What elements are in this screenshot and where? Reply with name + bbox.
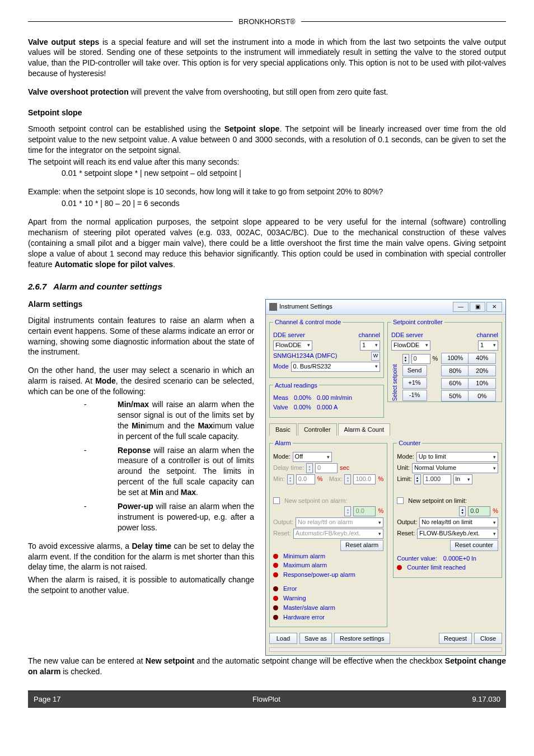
alarm-mode-list: Min/max will raise an alarm when the sen… — [28, 399, 254, 533]
counter-output-select[interactable]: No relay/ttl on limit — [419, 517, 498, 528]
sp-spin[interactable] — [402, 354, 409, 364]
li2e: Max — [181, 488, 196, 497]
limit-input[interactable]: 1.000 — [423, 474, 451, 484]
nsp-limit-input[interactable]: 0.0 — [468, 506, 490, 516]
list-item-minmax: Min/max will raise an alarm when the sen… — [84, 399, 254, 442]
btn-50[interactable]: 50% — [441, 390, 469, 402]
max-pct: % — [378, 475, 383, 483]
new-sp-limit-check[interactable] — [397, 497, 404, 504]
nsp-alarm-input[interactable]: 0.0 — [353, 506, 376, 516]
para-slope-pov: Apart from the normal application purpos… — [28, 217, 506, 269]
minimize-button[interactable]: — — [453, 302, 469, 312]
sp-channel-label: channel — [476, 331, 498, 339]
btn-100[interactable]: 100% — [441, 353, 469, 364]
para-overshoot: Valve overshoot protection will prevent … — [28, 87, 506, 97]
new-sp-alarm-check[interactable] — [273, 497, 280, 504]
load-button[interactable]: Load — [269, 633, 297, 644]
li1d: imum and the — [145, 421, 198, 430]
para-alarm-1: Digital instruments contain features to … — [28, 315, 254, 358]
btn-40[interactable]: 40% — [468, 353, 496, 364]
reset-alarm-button[interactable]: Reset alarm — [340, 540, 383, 551]
delay-unit: sec — [340, 464, 349, 472]
dot-err-icon — [273, 586, 278, 591]
dde-server-select[interactable]: FlowDDE — [273, 340, 312, 351]
min-spin[interactable] — [287, 474, 294, 484]
device-label: SNMGH1234A (DMFC) — [273, 352, 337, 360]
request-button[interactable]: Request — [439, 633, 472, 644]
subsection-alarm-counter: 2.6.7 Alarm and counter settings — [28, 281, 506, 292]
counter-reset-select[interactable]: FLOW-BUS/keyb./ext. — [417, 529, 498, 539]
counter-value-label: Counter value: — [397, 554, 437, 563]
delay-label: Delay time: — [273, 464, 304, 472]
channel-select[interactable]: 1 — [360, 340, 380, 351]
plus1-button[interactable]: +1% — [402, 377, 427, 389]
alarm-reset-select[interactable]: Automatic/FB/keyb./ext. — [293, 529, 383, 539]
footer-product: FlowPlot — [252, 694, 280, 704]
list-item-response: Reponse will raise an alarm when the mea… — [84, 445, 254, 498]
close-window-button[interactable]: ✕ — [486, 302, 502, 312]
ind-ms: Master/slave alarm — [283, 604, 335, 612]
txt-p3b: Setpoint slope — [224, 124, 280, 133]
tabs: Basic Controller Alarm & Count — [269, 423, 502, 436]
btn-60[interactable]: 60% — [441, 378, 469, 389]
delay-input[interactable]: 0 — [315, 463, 338, 473]
instrument-settings-window: Instrument Settings — ▣ ✕ Channel & cont… — [265, 299, 506, 656]
txt-p2: will prevent the valve from overshooting… — [129, 87, 388, 96]
close-button[interactable]: Close — [474, 633, 502, 644]
limit-spin[interactable] — [414, 474, 421, 484]
max-input[interactable]: 100.0 — [353, 474, 376, 484]
li2d: and — [163, 488, 181, 497]
sp-dde-select[interactable]: FlowDDE — [391, 340, 430, 351]
counter-mode-select[interactable]: Up to limit — [416, 452, 498, 462]
nsp-alarm-spin[interactable] — [344, 506, 351, 516]
valve-pct: 0.00% — [294, 403, 311, 412]
sp-channel-select[interactable]: 1 — [478, 340, 498, 351]
ind-resp: Response/power-up alarm — [283, 571, 355, 579]
titlebar[interactable]: Instrument Settings — ▣ ✕ — [266, 300, 505, 315]
para-slope-reach: The setpoint will reach its end value af… — [28, 157, 506, 167]
li1e: Max — [198, 421, 213, 430]
new-sp-limit-label: New setpoint on limit: — [408, 497, 467, 505]
heading-alarm-settings: Alarm settings — [28, 299, 254, 310]
dot-cntlimit-icon — [397, 565, 402, 570]
para-delay: To avoid excessive alarms, a Delay time … — [28, 541, 254, 573]
sp-dde-label: DDE server — [391, 331, 423, 339]
nsp-limit-spin[interactable] — [459, 506, 466, 516]
btn-80[interactable]: 80% — [441, 365, 469, 376]
btn-20[interactable]: 20% — [468, 365, 496, 376]
dot-min-icon — [273, 554, 278, 559]
delay-spin[interactable] — [306, 463, 313, 473]
txt-p6b: Automatic slope for pilot valves — [54, 260, 173, 269]
max-spin[interactable] — [344, 474, 351, 484]
sp-value-input[interactable]: 0 — [411, 354, 430, 364]
maximize-button[interactable]: ▣ — [470, 302, 485, 312]
limit-label: Limit: — [397, 475, 411, 483]
reset-counter-button[interactable]: Reset counter — [450, 540, 498, 551]
w-button[interactable]: W — [371, 352, 380, 361]
unit-label: Unit: — [397, 464, 410, 472]
limit-unit-select[interactable]: ln — [453, 474, 472, 484]
heading-setpoint-slope: Setpoint slope — [28, 108, 506, 118]
list-item-powerup: Power-up will raise an alarm when the in… — [84, 501, 254, 533]
minus1-button[interactable]: -1% — [402, 390, 427, 401]
header-rule-right — [301, 21, 506, 22]
btn-0[interactable]: 0% — [468, 390, 496, 402]
dot-resp-icon — [273, 572, 278, 577]
btn-10[interactable]: 10% — [468, 378, 496, 389]
tab-alarm-count[interactable]: Alarm & Count — [338, 423, 391, 436]
restore-button[interactable]: Restore settings — [334, 633, 390, 644]
send-button[interactable]: Send — [402, 365, 427, 376]
dot-max-icon — [273, 563, 278, 568]
min-input[interactable]: 0.0 — [296, 474, 315, 484]
mode-select[interactable]: 0. Bus/RS232 — [291, 362, 380, 372]
header-rule-left — [28, 21, 233, 22]
saveas-button[interactable]: Save as — [299, 633, 332, 644]
nsp-alarm-pct: % — [378, 507, 383, 515]
counter-legend: Counter — [397, 439, 422, 447]
tab-controller[interactable]: Controller — [298, 423, 337, 436]
unit-select[interactable]: Normal Volume — [412, 463, 498, 473]
tab-basic[interactable]: Basic — [269, 423, 297, 436]
actual-readings-group: Actual readings Meas 0.00% 0.00 mln/min … — [269, 381, 384, 418]
alarm-output-select[interactable]: No relay/ttl on alarm — [296, 517, 383, 528]
alarm-mode-select[interactable]: Off — [293, 452, 332, 462]
